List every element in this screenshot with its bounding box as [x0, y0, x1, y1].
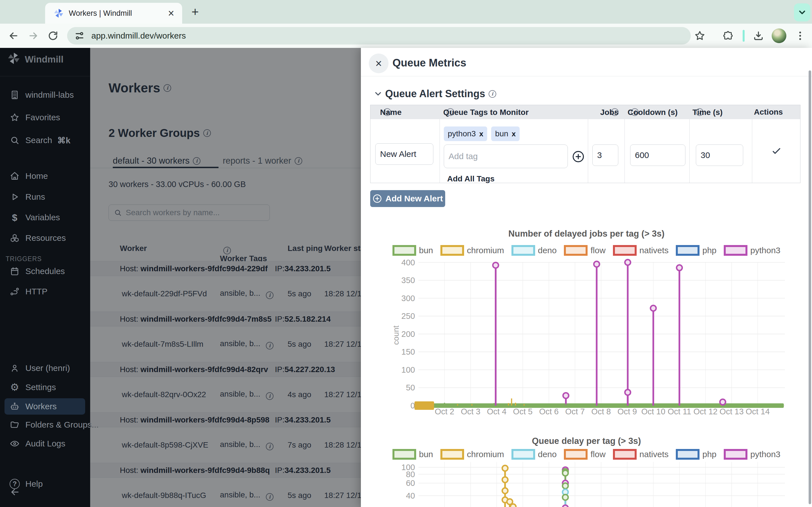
legend-label: bun [419, 450, 433, 459]
legend-item-chromium[interactable]: chromium [441, 449, 504, 460]
sidebar-item-resources[interactable]: Resources [0, 230, 90, 246]
legend-label: chromium [467, 450, 504, 459]
profile-avatar[interactable] [772, 29, 786, 43]
forward-icon[interactable] [28, 30, 39, 41]
sidebar-item-label: Search [26, 135, 52, 145]
star-icon [10, 112, 20, 122]
legend-item-nativets[interactable]: nativets [613, 449, 668, 460]
legend-swatch [441, 449, 464, 460]
alert-actions-cell [752, 119, 801, 183]
legend-label: python3 [750, 245, 780, 255]
legend-item-deno[interactable]: deno [511, 449, 557, 460]
button-label: Add New Alert [386, 194, 443, 203]
sidebar-item-folders[interactable]: Folders & Groups... [0, 417, 90, 433]
info-icon[interactable] [489, 90, 496, 98]
tab-close-icon[interactable]: × [166, 8, 176, 18]
url-bar[interactable]: app.windmill.dev/workers [67, 27, 691, 45]
boxes-icon [10, 233, 20, 243]
browser-menu-icon[interactable] [795, 30, 806, 41]
bookmark-star-icon[interactable] [694, 30, 705, 41]
svg-text:Oct 7: Oct 7 [565, 407, 585, 416]
folder-icon [10, 420, 20, 430]
queue-alert-settings-header[interactable]: Queue Alert Settings [373, 88, 496, 100]
sidebar-item-search[interactable]: Search ⌘k [0, 132, 90, 148]
close-drawer-button[interactable]: × [369, 54, 389, 73]
time-input[interactable] [696, 145, 743, 166]
svg-text:40: 40 [406, 491, 415, 500]
remove-tag-icon[interactable]: x [479, 129, 483, 138]
svg-text:200: 200 [402, 330, 415, 339]
cooldown-input[interactable] [630, 145, 686, 166]
new-tab-button[interactable]: + [188, 5, 202, 18]
legend-item-bun[interactable]: bun [393, 449, 433, 460]
sidebar-item-audit-logs[interactable]: Audit Logs [0, 436, 90, 452]
sidebar-item-schedules[interactable]: Schedules [0, 263, 90, 279]
sidebar-item-favorites[interactable]: Favorites [0, 110, 90, 125]
browser-toolbar: app.windmill.dev/workers [0, 24, 812, 48]
sidebar-item-workers[interactable]: Workers [0, 399, 90, 414]
remove-tag-icon[interactable]: x [512, 129, 516, 138]
sidebar-item-label: User (henri) [26, 363, 70, 373]
sidebar-item-label: Audit Logs [26, 439, 65, 448]
robot-icon [10, 401, 20, 411]
drawer-scrollbar[interactable] [809, 70, 811, 504]
svg-text:350: 350 [402, 276, 415, 285]
url-text[interactable]: app.windmill.dev/workers [91, 31, 186, 41]
legend-item-python3[interactable]: python3 [724, 449, 780, 460]
legend-item-deno[interactable]: deno [511, 245, 557, 256]
col-name: Name [380, 108, 391, 116]
site-settings-icon[interactable] [74, 31, 85, 41]
add-tag-plus-icon[interactable] [572, 150, 585, 163]
sidebar-item-label: Runs [26, 192, 45, 202]
sidebar-item-settings[interactable]: ⚙ Settings [0, 379, 90, 395]
legend-item-nativets[interactable]: nativets [613, 245, 668, 256]
confirm-check-icon[interactable] [771, 145, 782, 157]
add-tag-input[interactable] [444, 145, 568, 168]
legend-swatch [511, 245, 535, 256]
sidebar-item-runs[interactable]: Runs [0, 189, 90, 205]
alert-name-input[interactable] [375, 144, 434, 165]
calendar-icon [10, 266, 20, 276]
add-new-alert-button[interactable]: Add New Alert [370, 190, 445, 207]
browser-tab[interactable]: Workers | Windmill × [45, 3, 182, 24]
app-frame: Windmill windmill-labs Favorites Search … [0, 48, 812, 507]
sidebar-item-http[interactable]: HTTP [0, 284, 90, 299]
extensions-puzzle-icon[interactable] [722, 30, 733, 41]
alert-jobs-cell [588, 119, 625, 183]
sidebar-item-home[interactable]: Home [0, 168, 90, 184]
svg-text:Oct 4: Oct 4 [487, 407, 506, 416]
legend-swatch [676, 449, 700, 460]
download-icon[interactable] [753, 30, 764, 41]
legend-item-python3[interactable]: python3 [724, 245, 780, 256]
sidebar-divider [0, 76, 90, 76]
legend-swatch [393, 449, 416, 460]
building-icon [10, 90, 20, 100]
sidebar-item-variables[interactable]: $ Variables [0, 210, 90, 225]
svg-text:150: 150 [402, 347, 415, 356]
sidebar: Windmill windmill-labs Favorites Search … [0, 48, 90, 507]
sidebar-item-label: windmill-labs [26, 90, 74, 100]
legend-item-chromium[interactable]: chromium [441, 245, 504, 256]
collapse-sidebar-icon[interactable] [10, 487, 20, 497]
delayed-jobs-chart: 050100150200250300350400Oct 2Oct 3Oct 4O… [392, 255, 798, 421]
legend-item-bun[interactable]: bun [393, 245, 433, 256]
legend-item-flow[interactable]: flow [564, 245, 605, 256]
tab-strip: Workers | Windmill × + [0, 0, 812, 24]
legend-item-php[interactable]: php [676, 245, 716, 256]
sidebar-item-user[interactable]: User (henri) [0, 360, 90, 376]
back-icon[interactable] [8, 30, 19, 41]
sidebar-item-workspace[interactable]: windmill-labs [0, 87, 90, 103]
legend-item-php[interactable]: php [676, 449, 716, 460]
dollar-icon: $ [10, 212, 20, 223]
add-all-tags-link[interactable]: Add All Tags [447, 174, 495, 183]
jobs-input[interactable] [592, 145, 618, 166]
reload-icon[interactable] [47, 30, 59, 41]
queue-metrics-drawer: × Queue Metrics Queue Alert Settings Nam… [361, 48, 812, 507]
alert-tags-cell: python3xbunx Add All Tags [440, 119, 588, 183]
legend-item-flow[interactable]: flow [564, 449, 605, 460]
svg-text:400: 400 [402, 258, 415, 267]
window-chevron-button[interactable] [794, 3, 810, 21]
legend-swatch [613, 449, 637, 460]
legend-label: python3 [750, 450, 780, 459]
chart1-title: Number of delayed jobs per tag (> 3s) [361, 229, 812, 239]
